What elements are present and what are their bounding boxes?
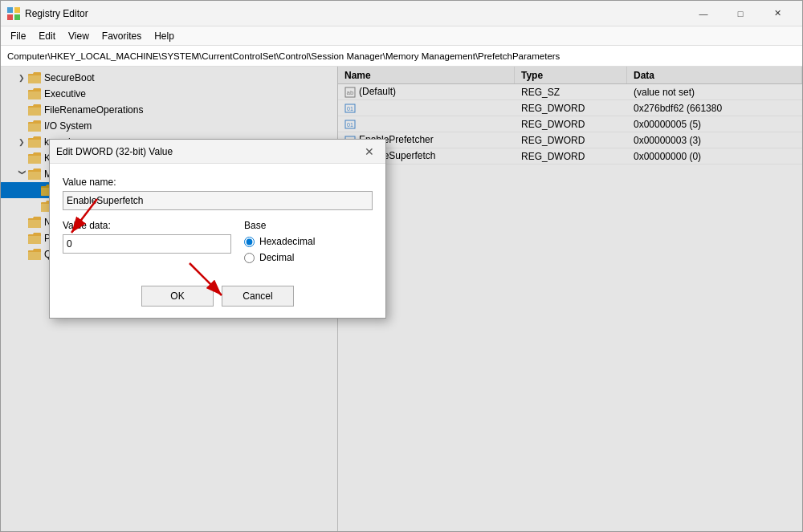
window-controls: — □ ✕ [685,1,796,26]
svg-rect-3 [14,14,20,20]
radio-hexadecimal-label: Hexadecimal [259,236,315,247]
registry-editor-window: Registry Editor — □ ✕ File Edit View Fav… [0,0,803,532]
base-label: Base [244,220,373,231]
main-content: ❯ SecureBoot ❯ Executive ❯ [1,67,802,531]
dialog-data-row: Value data: Base Hexadecimal [63,220,373,263]
menu-file[interactable]: File [4,29,32,43]
value-name-input[interactable] [63,191,373,210]
menu-favorites[interactable]: Favorites [96,29,148,43]
app-icon [7,7,20,20]
radio-group-base: Hexadecimal Decimal [244,236,373,263]
dialog-title-bar: Edit DWORD (32-bit) Value ✕ [50,140,385,164]
dialog-close-button[interactable]: ✕ [360,142,379,161]
radio-decimal-input[interactable] [244,253,255,263]
address-bar: Computer\HKEY_LOCAL_MACHINE\SYSTEM\Curre… [1,46,802,67]
maximize-button[interactable]: □ [722,1,759,26]
dialog-body: Value name: Value data: Base [50,164,385,279]
close-button[interactable]: ✕ [759,1,796,26]
menu-bar: File Edit View Favorites Help [1,26,802,46]
value-name-label: Value name: [63,177,373,188]
dialog-footer: OK Cancel [50,279,385,318]
minimize-button[interactable]: — [685,1,722,26]
menu-help[interactable]: Help [148,29,181,43]
menu-view[interactable]: View [62,29,96,43]
radio-decimal-label: Decimal [259,252,294,263]
svg-rect-1 [14,7,20,13]
svg-rect-0 [7,7,13,13]
radio-hexadecimal[interactable]: Hexadecimal [244,236,373,247]
address-text: Computer\HKEY_LOCAL_MACHINE\SYSTEM\Curre… [7,51,560,61]
window-title: Registry Editor [25,8,685,19]
radio-hexadecimal-input[interactable] [244,237,255,247]
svg-rect-2 [7,14,13,20]
ok-button[interactable]: OK [141,286,214,307]
base-section: Base Hexadecimal Decimal [244,220,373,263]
value-data-label: Value data: [63,220,231,231]
edit-dword-dialog: Edit DWORD (32-bit) Value ✕ Value name: … [49,139,386,319]
dialog-title: Edit DWORD (32-bit) Value [56,146,360,157]
value-data-input[interactable] [63,234,231,254]
menu-edit[interactable]: Edit [32,29,62,43]
title-bar: Registry Editor — □ ✕ [1,1,802,26]
cancel-button[interactable]: Cancel [222,286,294,307]
radio-decimal[interactable]: Decimal [244,252,373,263]
dialog-overlay: Edit DWORD (32-bit) Value ✕ Value name: … [1,67,802,531]
value-data-section: Value data: [63,220,231,263]
